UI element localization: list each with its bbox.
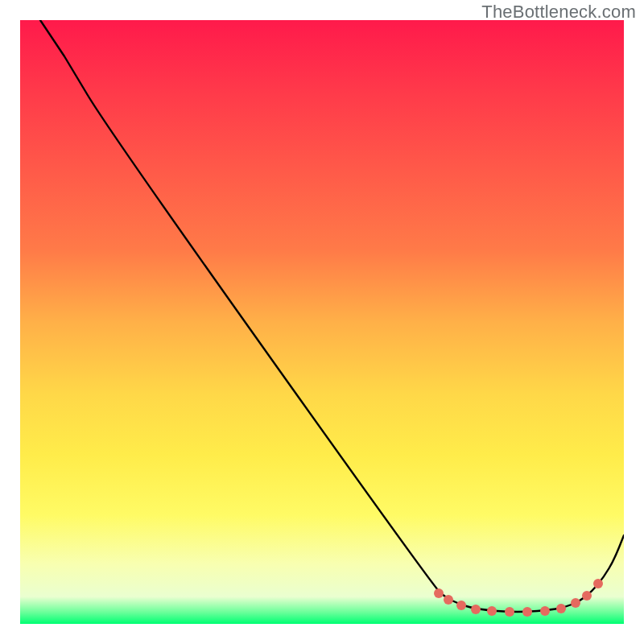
optimal-point-dot (434, 588, 444, 598)
optimal-point-dot (556, 604, 566, 613)
optimal-point-dot (582, 591, 592, 601)
optimal-point-dot (471, 605, 481, 614)
optimal-point-dot (444, 595, 453, 605)
curve-layer (20, 20, 624, 624)
optimal-point-dot (487, 606, 497, 616)
optimal-point-dot (571, 598, 580, 608)
plot-area (20, 20, 624, 624)
chart-stage: TheBottleneck.com (0, 0, 644, 644)
bottleneck-curve (40, 20, 624, 612)
optimal-point-dot (540, 606, 550, 616)
optimal-point-dot (522, 607, 532, 617)
watermark-text: TheBottleneck.com (481, 2, 636, 23)
optimal-point-dot (505, 607, 514, 617)
optimal-point-dot (593, 579, 603, 588)
optimal-point-dot (456, 601, 466, 610)
